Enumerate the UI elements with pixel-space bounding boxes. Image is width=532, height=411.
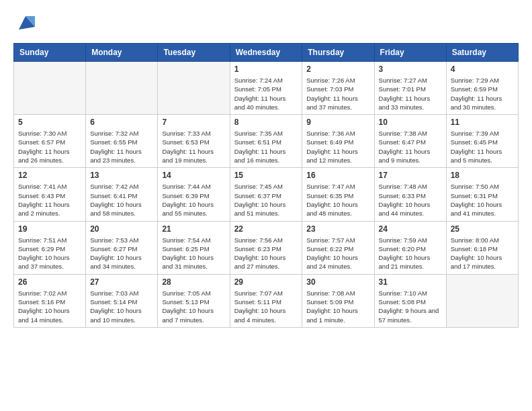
calendar-cell: 12Sunrise: 7:41 AM Sunset: 6:43 PM Dayli… <box>14 168 86 221</box>
day-info: Sunrise: 7:39 AM Sunset: 6:45 PM Dayligh… <box>451 129 514 165</box>
day-info: Sunrise: 7:57 AM Sunset: 6:22 PM Dayligh… <box>306 236 369 271</box>
day-info: Sunrise: 7:33 AM Sunset: 6:53 PM Dayligh… <box>162 129 225 165</box>
day-number: 9 <box>306 118 369 127</box>
day-info: Sunrise: 7:10 AM Sunset: 5:08 PM Dayligh… <box>379 289 442 324</box>
day-number: 25 <box>451 224 514 234</box>
day-number: 8 <box>234 118 298 127</box>
day-number: 20 <box>90 224 153 234</box>
calendar-cell: 7Sunrise: 7:33 AM Sunset: 6:53 PM Daylig… <box>158 115 230 168</box>
calendar-week-row: 1Sunrise: 7:24 AM Sunset: 7:05 PM Daylig… <box>14 62 519 115</box>
day-header-wednesday: Wednesday <box>230 44 302 62</box>
calendar-table: SundayMondayTuesdayWednesdayThursdayFrid… <box>13 43 519 328</box>
calendar-cell: 22Sunrise: 7:56 AM Sunset: 6:23 PM Dayli… <box>230 221 302 274</box>
day-header-saturday: Saturday <box>446 44 518 62</box>
day-number: 23 <box>306 224 369 234</box>
day-number: 10 <box>379 118 442 127</box>
logo-icon <box>16 13 35 32</box>
day-number: 13 <box>90 171 153 180</box>
day-number: 24 <box>379 224 442 234</box>
calendar-cell: 6Sunrise: 7:32 AM Sunset: 6:55 PM Daylig… <box>86 115 158 168</box>
calendar-cell: 18Sunrise: 7:50 AM Sunset: 6:31 PM Dayli… <box>446 168 518 221</box>
calendar-cell: 26Sunrise: 7:02 AM Sunset: 5:16 PM Dayli… <box>14 274 86 327</box>
calendar-cell: 4Sunrise: 7:29 AM Sunset: 6:59 PM Daylig… <box>446 62 518 115</box>
day-info: Sunrise: 7:08 AM Sunset: 5:09 PM Dayligh… <box>306 289 369 324</box>
day-info: Sunrise: 7:53 AM Sunset: 6:27 PM Dayligh… <box>90 236 153 271</box>
day-header-friday: Friday <box>374 44 446 62</box>
day-number: 1 <box>234 64 298 74</box>
calendar-cell: 5Sunrise: 7:30 AM Sunset: 6:57 PM Daylig… <box>14 115 86 168</box>
calendar-cell: 3Sunrise: 7:27 AM Sunset: 7:01 PM Daylig… <box>374 62 446 115</box>
day-info: Sunrise: 7:48 AM Sunset: 6:33 PM Dayligh… <box>379 182 442 218</box>
calendar-cell: 2Sunrise: 7:26 AM Sunset: 7:03 PM Daylig… <box>302 62 374 115</box>
page-header <box>13 13 519 32</box>
calendar-cell: 15Sunrise: 7:45 AM Sunset: 6:37 PM Dayli… <box>230 168 302 221</box>
day-info: Sunrise: 7:42 AM Sunset: 6:41 PM Dayligh… <box>90 182 153 218</box>
day-number: 7 <box>162 118 225 127</box>
day-info: Sunrise: 7:47 AM Sunset: 6:35 PM Dayligh… <box>306 182 369 218</box>
day-number: 14 <box>162 171 225 180</box>
day-header-monday: Monday <box>86 44 158 62</box>
day-info: Sunrise: 7:38 AM Sunset: 6:47 PM Dayligh… <box>379 129 442 165</box>
day-number: 5 <box>18 118 81 127</box>
calendar-cell: 9Sunrise: 7:36 AM Sunset: 6:49 PM Daylig… <box>302 115 374 168</box>
day-info: Sunrise: 7:29 AM Sunset: 6:59 PM Dayligh… <box>451 76 514 111</box>
day-header-sunday: Sunday <box>14 44 86 62</box>
day-number: 4 <box>451 64 514 74</box>
day-info: Sunrise: 7:05 AM Sunset: 5:13 PM Dayligh… <box>162 289 225 324</box>
calendar-cell <box>14 62 86 115</box>
calendar-cell: 27Sunrise: 7:03 AM Sunset: 5:14 PM Dayli… <box>86 274 158 327</box>
day-info: Sunrise: 7:35 AM Sunset: 6:51 PM Dayligh… <box>234 129 298 165</box>
calendar-cell <box>158 62 230 115</box>
day-info: Sunrise: 7:30 AM Sunset: 6:57 PM Dayligh… <box>18 129 81 165</box>
day-number: 17 <box>379 171 442 180</box>
day-info: Sunrise: 7:24 AM Sunset: 7:05 PM Dayligh… <box>234 76 298 111</box>
day-info: Sunrise: 7:02 AM Sunset: 5:16 PM Dayligh… <box>18 289 81 324</box>
day-info: Sunrise: 7:54 AM Sunset: 6:25 PM Dayligh… <box>162 236 225 271</box>
day-number: 21 <box>162 224 225 234</box>
calendar-cell <box>446 274 518 327</box>
calendar-cell: 21Sunrise: 7:54 AM Sunset: 6:25 PM Dayli… <box>158 221 230 274</box>
day-number: 11 <box>451 118 514 127</box>
calendar-cell: 8Sunrise: 7:35 AM Sunset: 6:51 PM Daylig… <box>230 115 302 168</box>
day-info: Sunrise: 7:32 AM Sunset: 6:55 PM Dayligh… <box>90 129 153 165</box>
day-number: 18 <box>451 171 514 180</box>
day-number: 2 <box>306 64 369 74</box>
day-number: 22 <box>234 224 298 234</box>
day-number: 31 <box>379 277 442 287</box>
day-number: 28 <box>162 277 225 287</box>
calendar-cell: 10Sunrise: 7:38 AM Sunset: 6:47 PM Dayli… <box>374 115 446 168</box>
calendar-week-row: 5Sunrise: 7:30 AM Sunset: 6:57 PM Daylig… <box>14 115 519 168</box>
calendar-cell: 17Sunrise: 7:48 AM Sunset: 6:33 PM Dayli… <box>374 168 446 221</box>
day-number: 3 <box>379 64 442 74</box>
day-info: Sunrise: 8:00 AM Sunset: 6:18 PM Dayligh… <box>451 236 514 271</box>
calendar-cell: 23Sunrise: 7:57 AM Sunset: 6:22 PM Dayli… <box>302 221 374 274</box>
calendar-cell: 11Sunrise: 7:39 AM Sunset: 6:45 PM Dayli… <box>446 115 518 168</box>
calendar-week-row: 26Sunrise: 7:02 AM Sunset: 5:16 PM Dayli… <box>14 274 519 327</box>
calendar-cell <box>86 62 158 115</box>
day-info: Sunrise: 7:44 AM Sunset: 6:39 PM Dayligh… <box>162 182 225 218</box>
day-info: Sunrise: 7:36 AM Sunset: 6:49 PM Dayligh… <box>306 129 369 165</box>
calendar-cell: 25Sunrise: 8:00 AM Sunset: 6:18 PM Dayli… <box>446 221 518 274</box>
calendar-cell: 24Sunrise: 7:59 AM Sunset: 6:20 PM Dayli… <box>374 221 446 274</box>
day-info: Sunrise: 7:50 AM Sunset: 6:31 PM Dayligh… <box>451 182 514 218</box>
calendar-cell: 19Sunrise: 7:51 AM Sunset: 6:29 PM Dayli… <box>14 221 86 274</box>
calendar-week-row: 12Sunrise: 7:41 AM Sunset: 6:43 PM Dayli… <box>14 168 519 221</box>
day-info: Sunrise: 7:41 AM Sunset: 6:43 PM Dayligh… <box>18 182 81 218</box>
day-number: 19 <box>18 224 81 234</box>
day-info: Sunrise: 7:03 AM Sunset: 5:14 PM Dayligh… <box>90 289 153 324</box>
calendar-cell: 13Sunrise: 7:42 AM Sunset: 6:41 PM Dayli… <box>86 168 158 221</box>
day-number: 12 <box>18 171 81 180</box>
day-info: Sunrise: 7:07 AM Sunset: 5:11 PM Dayligh… <box>234 289 298 324</box>
calendar-cell: 29Sunrise: 7:07 AM Sunset: 5:11 PM Dayli… <box>230 274 302 327</box>
day-info: Sunrise: 7:51 AM Sunset: 6:29 PM Dayligh… <box>18 236 81 271</box>
calendar-cell: 30Sunrise: 7:08 AM Sunset: 5:09 PM Dayli… <box>302 274 374 327</box>
day-info: Sunrise: 7:45 AM Sunset: 6:37 PM Dayligh… <box>234 182 298 218</box>
day-info: Sunrise: 7:56 AM Sunset: 6:23 PM Dayligh… <box>234 236 298 271</box>
day-number: 27 <box>90 277 153 287</box>
day-header-tuesday: Tuesday <box>158 44 230 62</box>
day-number: 6 <box>90 118 153 127</box>
logo <box>13 13 35 32</box>
calendar-cell: 14Sunrise: 7:44 AM Sunset: 6:39 PM Dayli… <box>158 168 230 221</box>
calendar-cell: 28Sunrise: 7:05 AM Sunset: 5:13 PM Dayli… <box>158 274 230 327</box>
calendar-cell: 20Sunrise: 7:53 AM Sunset: 6:27 PM Dayli… <box>86 221 158 274</box>
